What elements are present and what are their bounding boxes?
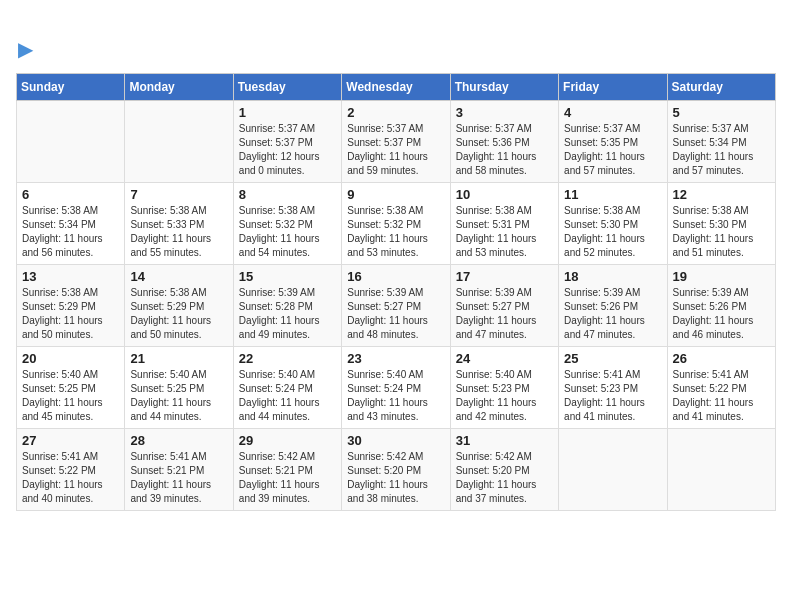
sunrise-text: Sunrise: 5:37 AM — [239, 123, 315, 134]
sunset-text: Sunset: 5:22 PM — [673, 383, 747, 394]
day-info: Sunrise: 5:38 AMSunset: 5:30 PMDaylight:… — [564, 204, 661, 260]
sunrise-text: Sunrise: 5:39 AM — [673, 287, 749, 298]
day-number: 27 — [22, 433, 119, 448]
day-info: Sunrise: 5:37 AMSunset: 5:36 PMDaylight:… — [456, 122, 553, 178]
sunset-text: Sunset: 5:21 PM — [130, 465, 204, 476]
daylight-text: Daylight: 11 hours and 41 minutes. — [564, 397, 645, 422]
day-info: Sunrise: 5:39 AMSunset: 5:27 PMDaylight:… — [456, 286, 553, 342]
day-info: Sunrise: 5:41 AMSunset: 5:22 PMDaylight:… — [22, 450, 119, 506]
sunset-text: Sunset: 5:22 PM — [22, 465, 96, 476]
calendar-cell: 5Sunrise: 5:37 AMSunset: 5:34 PMDaylight… — [667, 101, 775, 183]
sunrise-text: Sunrise: 5:42 AM — [239, 451, 315, 462]
calendar-cell: 4Sunrise: 5:37 AMSunset: 5:35 PMDaylight… — [559, 101, 667, 183]
calendar-cell: 16Sunrise: 5:39 AMSunset: 5:27 PMDayligh… — [342, 265, 450, 347]
day-info: Sunrise: 5:38 AMSunset: 5:30 PMDaylight:… — [673, 204, 770, 260]
day-number: 3 — [456, 105, 553, 120]
day-number: 12 — [673, 187, 770, 202]
daylight-text: Daylight: 11 hours and 53 minutes. — [347, 233, 428, 258]
weekday-header-saturday: Saturday — [667, 74, 775, 101]
day-info: Sunrise: 5:38 AMSunset: 5:34 PMDaylight:… — [22, 204, 119, 260]
week-row-5: 27Sunrise: 5:41 AMSunset: 5:22 PMDayligh… — [17, 429, 776, 511]
daylight-text: Daylight: 11 hours and 48 minutes. — [347, 315, 428, 340]
weekday-header-sunday: Sunday — [17, 74, 125, 101]
calendar-cell: 17Sunrise: 5:39 AMSunset: 5:27 PMDayligh… — [450, 265, 558, 347]
sunrise-text: Sunrise: 5:42 AM — [347, 451, 423, 462]
day-info: Sunrise: 5:40 AMSunset: 5:23 PMDaylight:… — [456, 368, 553, 424]
calendar-cell: 29Sunrise: 5:42 AMSunset: 5:21 PMDayligh… — [233, 429, 341, 511]
calendar-cell: 10Sunrise: 5:38 AMSunset: 5:31 PMDayligh… — [450, 183, 558, 265]
calendar-cell: 22Sunrise: 5:40 AMSunset: 5:24 PMDayligh… — [233, 347, 341, 429]
day-number: 26 — [673, 351, 770, 366]
daylight-text: Daylight: 11 hours and 37 minutes. — [456, 479, 537, 504]
daylight-text: Daylight: 11 hours and 38 minutes. — [347, 479, 428, 504]
daylight-text: Daylight: 11 hours and 53 minutes. — [456, 233, 537, 258]
weekday-header-thursday: Thursday — [450, 74, 558, 101]
sunrise-text: Sunrise: 5:38 AM — [130, 205, 206, 216]
calendar-cell: 12Sunrise: 5:38 AMSunset: 5:30 PMDayligh… — [667, 183, 775, 265]
daylight-text: Daylight: 11 hours and 49 minutes. — [239, 315, 320, 340]
daylight-text: Daylight: 11 hours and 52 minutes. — [564, 233, 645, 258]
day-number: 23 — [347, 351, 444, 366]
week-row-4: 20Sunrise: 5:40 AMSunset: 5:25 PMDayligh… — [17, 347, 776, 429]
calendar-cell: 18Sunrise: 5:39 AMSunset: 5:26 PMDayligh… — [559, 265, 667, 347]
day-info: Sunrise: 5:38 AMSunset: 5:31 PMDaylight:… — [456, 204, 553, 260]
sunset-text: Sunset: 5:25 PM — [22, 383, 96, 394]
daylight-text: Daylight: 11 hours and 51 minutes. — [673, 233, 754, 258]
sunset-text: Sunset: 5:32 PM — [239, 219, 313, 230]
sunrise-text: Sunrise: 5:38 AM — [22, 205, 98, 216]
calendar-cell — [125, 101, 233, 183]
daylight-text: Daylight: 11 hours and 45 minutes. — [22, 397, 103, 422]
calendar-cell: 20Sunrise: 5:40 AMSunset: 5:25 PMDayligh… — [17, 347, 125, 429]
sunset-text: Sunset: 5:30 PM — [564, 219, 638, 230]
day-number: 21 — [130, 351, 227, 366]
calendar-cell: 6Sunrise: 5:38 AMSunset: 5:34 PMDaylight… — [17, 183, 125, 265]
calendar-cell: 30Sunrise: 5:42 AMSunset: 5:20 PMDayligh… — [342, 429, 450, 511]
sunrise-text: Sunrise: 5:39 AM — [456, 287, 532, 298]
daylight-text: Daylight: 11 hours and 47 minutes. — [564, 315, 645, 340]
calendar-cell: 19Sunrise: 5:39 AMSunset: 5:26 PMDayligh… — [667, 265, 775, 347]
day-info: Sunrise: 5:39 AMSunset: 5:26 PMDaylight:… — [673, 286, 770, 342]
calendar-cell: 1Sunrise: 5:37 AMSunset: 5:37 PMDaylight… — [233, 101, 341, 183]
daylight-text: Daylight: 11 hours and 43 minutes. — [347, 397, 428, 422]
day-number: 24 — [456, 351, 553, 366]
day-info: Sunrise: 5:38 AMSunset: 5:32 PMDaylight:… — [239, 204, 336, 260]
sunset-text: Sunset: 5:20 PM — [456, 465, 530, 476]
sunset-text: Sunset: 5:24 PM — [347, 383, 421, 394]
day-info: Sunrise: 5:41 AMSunset: 5:22 PMDaylight:… — [673, 368, 770, 424]
calendar-cell: 8Sunrise: 5:38 AMSunset: 5:32 PMDaylight… — [233, 183, 341, 265]
daylight-text: Daylight: 11 hours and 57 minutes. — [673, 151, 754, 176]
weekday-header-friday: Friday — [559, 74, 667, 101]
day-info: Sunrise: 5:37 AMSunset: 5:37 PMDaylight:… — [239, 122, 336, 178]
day-number: 18 — [564, 269, 661, 284]
day-number: 14 — [130, 269, 227, 284]
daylight-text: Daylight: 11 hours and 47 minutes. — [456, 315, 537, 340]
day-number: 15 — [239, 269, 336, 284]
sunset-text: Sunset: 5:23 PM — [456, 383, 530, 394]
sunrise-text: Sunrise: 5:41 AM — [22, 451, 98, 462]
sunrise-text: Sunrise: 5:40 AM — [456, 369, 532, 380]
daylight-text: Daylight: 11 hours and 44 minutes. — [239, 397, 320, 422]
sunset-text: Sunset: 5:25 PM — [130, 383, 204, 394]
calendar-cell — [667, 429, 775, 511]
day-info: Sunrise: 5:37 AMSunset: 5:37 PMDaylight:… — [347, 122, 444, 178]
day-number: 9 — [347, 187, 444, 202]
day-info: Sunrise: 5:40 AMSunset: 5:25 PMDaylight:… — [130, 368, 227, 424]
day-number: 4 — [564, 105, 661, 120]
sunrise-text: Sunrise: 5:42 AM — [456, 451, 532, 462]
day-info: Sunrise: 5:42 AMSunset: 5:20 PMDaylight:… — [347, 450, 444, 506]
sunset-text: Sunset: 5:24 PM — [239, 383, 313, 394]
day-number: 8 — [239, 187, 336, 202]
sunrise-text: Sunrise: 5:40 AM — [22, 369, 98, 380]
daylight-text: Daylight: 11 hours and 41 minutes. — [673, 397, 754, 422]
week-row-2: 6Sunrise: 5:38 AMSunset: 5:34 PMDaylight… — [17, 183, 776, 265]
day-info: Sunrise: 5:38 AMSunset: 5:29 PMDaylight:… — [130, 286, 227, 342]
daylight-text: Daylight: 11 hours and 42 minutes. — [456, 397, 537, 422]
calendar-cell: 31Sunrise: 5:42 AMSunset: 5:20 PMDayligh… — [450, 429, 558, 511]
day-number: 20 — [22, 351, 119, 366]
day-number: 22 — [239, 351, 336, 366]
calendar-cell: 25Sunrise: 5:41 AMSunset: 5:23 PMDayligh… — [559, 347, 667, 429]
sunset-text: Sunset: 5:26 PM — [673, 301, 747, 312]
day-number: 31 — [456, 433, 553, 448]
calendar-table: SundayMondayTuesdayWednesdayThursdayFrid… — [16, 73, 776, 511]
day-info: Sunrise: 5:39 AMSunset: 5:27 PMDaylight:… — [347, 286, 444, 342]
